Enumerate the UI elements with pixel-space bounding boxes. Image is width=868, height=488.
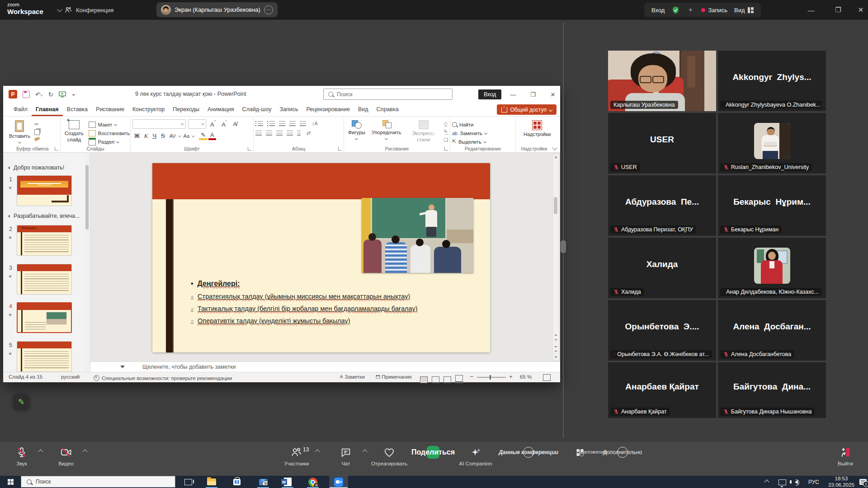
panel-resize-handle[interactable] — [561, 240, 566, 253]
scroll-down-icon[interactable]: ▼ — [553, 355, 559, 359]
ppt-share-button[interactable]: Общий доступ — [497, 104, 557, 115]
font-dialog-launcher[interactable] — [248, 147, 251, 150]
find-button[interactable]: Найти — [452, 120, 514, 129]
line-spacing-icon[interactable] — [300, 121, 306, 126]
shrink-font-button[interactable]: Аˇ — [220, 120, 229, 128]
grow-font-button[interactable]: Аˆ — [208, 120, 217, 128]
columns-icon[interactable] — [297, 131, 301, 136]
annotation-pencil-button[interactable]: ✎ — [14, 394, 29, 409]
zoom-slider[interactable] — [477, 377, 506, 378]
bullets-icon[interactable] — [255, 121, 263, 126]
ppt-close-button[interactable]: ✕ — [544, 86, 562, 103]
zoom-slider-thumb[interactable] — [490, 375, 491, 380]
ppt-search-box[interactable]: Поиск — [323, 89, 453, 100]
more-button[interactable]: Дополнительно — [617, 446, 628, 461]
highlight-color-button[interactable]: ✎ — [199, 131, 208, 140]
audio-button[interactable]: Звук — [16, 446, 28, 466]
accessibility-status[interactable]: Специальные возможности: проверьте реком… — [94, 374, 232, 381]
ribbon-tab-3[interactable]: Вставка — [63, 103, 92, 116]
copy-icon[interactable] — [34, 129, 40, 135]
ribbon-tab-8[interactable]: Слайд-шоу — [238, 103, 276, 116]
bold-button[interactable]: Ж — [132, 132, 142, 139]
ppt-signin-button[interactable]: Вход — [478, 89, 501, 99]
participant-tile-9[interactable]: Орынбетова Э....Орынбетова Э.А. Ө.Жәнібе… — [608, 300, 716, 361]
powerpoint-logo-icon[interactable]: P — [9, 90, 17, 99]
slideshow-icon[interactable] — [59, 91, 66, 98]
section-collapse-icon[interactable] — [8, 214, 11, 217]
change-case-button[interactable]: Aa — [182, 133, 191, 139]
replace-button[interactable]: abЗаменить — [452, 129, 514, 137]
zoom-restore-button[interactable]: ❐ — [828, 0, 848, 20]
workspace-chevron-icon[interactable] — [57, 7, 62, 12]
participant-tile-6[interactable]: Бекарыс Нұрим...Бекарыс Нұриман — [718, 175, 826, 236]
panel-section-2[interactable]: Разрабатывайте, впеча... — [9, 213, 80, 219]
taskbar-zoom[interactable] — [330, 476, 347, 488]
new-slide-button[interactable]: Создать слайд — [62, 119, 86, 146]
numbering-icon[interactable] — [267, 121, 275, 126]
participant-tile-5[interactable]: Абдуразова Пе...Абдуразова Перизат, ОҚПУ — [608, 175, 716, 236]
paste-button[interactable]: Вставить — [7, 119, 33, 144]
shapes-button[interactable]: Фигуры — [346, 119, 368, 144]
participant-tile-8[interactable]: Анар Дилдабекова, Южно-Казахс... — [718, 238, 826, 298]
smartart-icon[interactable]: ⇄ — [305, 130, 312, 136]
customize-qat-icon[interactable]: ⌄̶ — [71, 92, 75, 97]
previous-slide-icon[interactable]: ⏶⏶ — [553, 333, 559, 342]
font-size-combo[interactable] — [188, 119, 206, 129]
slide-thumbnail-4[interactable] — [17, 302, 72, 333]
clear-format-button[interactable]: А̸ — [231, 121, 239, 127]
chat-button[interactable]: Чат — [340, 446, 352, 466]
ppt-restore-button[interactable]: ❐ — [524, 86, 542, 103]
view-button[interactable]: Вид — [734, 7, 754, 14]
tab-screen-share[interactable]: Экран (Карлыгаш Уразбековна) ⋯ — [156, 2, 278, 17]
justify-icon[interactable] — [287, 131, 293, 136]
apps-button[interactable]: Приложения — [577, 446, 584, 461]
fit-to-window-button[interactable] — [543, 374, 551, 381]
font-color-button[interactable]: А — [208, 131, 216, 140]
select-button[interactable]: ⇱Выделить — [452, 137, 514, 146]
taskbar-store[interactable] — [230, 476, 244, 488]
slide-thumbnail-3[interactable] — [17, 264, 72, 295]
participant-tile-4[interactable]: Ruslan_Zhanibekov_University — [718, 113, 826, 174]
quick-styles-button[interactable]: Экспресс-стили — [405, 119, 442, 144]
participants-chevron-icon[interactable] — [315, 449, 320, 454]
comments-toggle[interactable]: 🗔 Примечания — [376, 374, 412, 380]
align-right-icon[interactable] — [276, 131, 283, 136]
ai-button[interactable]: AI Companion — [459, 446, 492, 466]
scrollbar-thumb[interactable] — [554, 197, 557, 214]
undo-icon[interactable]: ↶˅ — [35, 91, 42, 98]
leave-button[interactable]: Выйти — [838, 446, 853, 466]
text-direction-icon[interactable]: ↕A — [310, 121, 320, 126]
slideshow-view-button[interactable] — [455, 375, 463, 383]
shape-fill-icon[interactable]: ◇̲ — [443, 121, 448, 127]
char-spacing-button[interactable]: AV — [168, 133, 178, 139]
video-button[interactable]: Видео — [58, 446, 74, 466]
taskbar-mail[interactable]: 99+ — [255, 476, 271, 488]
ribbon-tab-2[interactable]: Главная — [32, 103, 63, 116]
redo-icon[interactable]: ↻ — [48, 91, 53, 98]
scroll-up-icon[interactable]: ▲ — [553, 155, 559, 159]
audio-chevron-icon[interactable] — [38, 449, 43, 454]
format-painter-icon[interactable] — [34, 137, 40, 141]
signin-button[interactable]: Вход — [651, 7, 665, 14]
ribbon-tab-4[interactable]: Рисование — [92, 103, 128, 116]
start-button[interactable] — [0, 476, 21, 488]
ribbon-tab-6[interactable]: Переходы — [169, 103, 203, 116]
action-center-button[interactable] — [858, 476, 868, 488]
align-center-icon[interactable] — [266, 131, 272, 136]
addins-button[interactable]: Надстройки — [521, 119, 553, 139]
participant-tile-11[interactable]: Анарбаев ҚайратАнарбаев Қайрат — [608, 362, 716, 418]
tray-expand-button[interactable] — [760, 476, 773, 488]
language-indicator[interactable]: русский — [61, 374, 80, 380]
slide-canvas[interactable]: • Деңгейлері: ○Стратегиялық талдау (ұйым… — [152, 163, 490, 352]
ai-sparkle-icon[interactable] — [687, 6, 694, 14]
zoom-in-button[interactable]: + — [509, 373, 513, 380]
collapse-ribbon-icon[interactable] — [552, 145, 557, 150]
section-collapse-icon[interactable] — [8, 166, 11, 169]
normal-view-button[interactable] — [420, 376, 428, 383]
participant-tile-12[interactable]: Байгутова Дина...Байгутова Динара Нышано… — [718, 362, 826, 418]
increase-indent-icon[interactable] — [289, 121, 296, 126]
taskbar-search-box[interactable]: Поиск — [21, 476, 175, 488]
taskbar-file-explorer[interactable] — [204, 476, 219, 488]
panel-section-1[interactable]: Добро пожаловать! — [9, 164, 64, 171]
reset-button[interactable]: Восстановить — [89, 129, 130, 137]
